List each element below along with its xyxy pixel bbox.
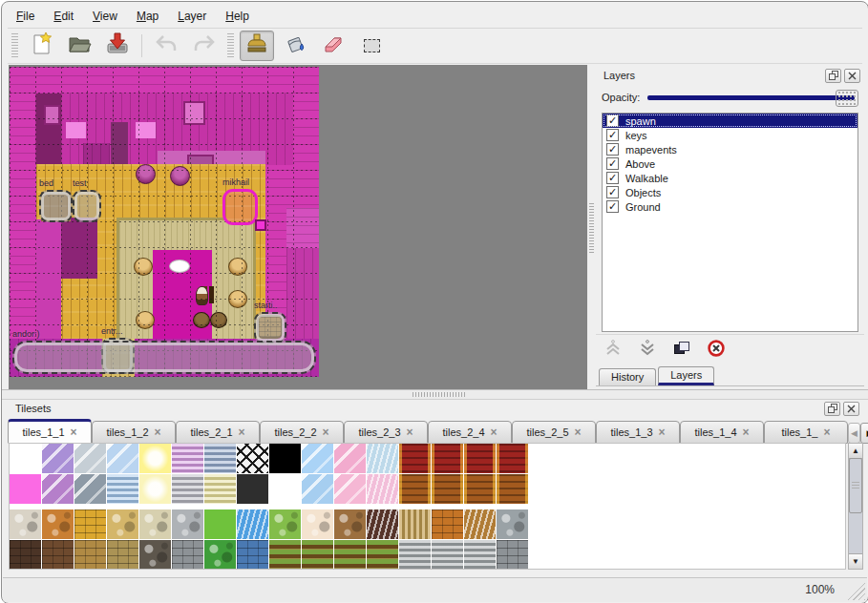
map-object-andor[interactable] (12, 341, 316, 374)
tileset-tile[interactable] (237, 474, 268, 504)
tab-close-icon[interactable]: × (491, 426, 498, 439)
layer-row-spawn[interactable]: ✓spawn (603, 114, 857, 128)
tileset-tab-tiles_1_[interactable]: tiles_1_× (764, 421, 848, 444)
tileset-tile[interactable] (464, 509, 496, 539)
tileset-tile[interactable] (74, 509, 106, 539)
layer-row-Objects[interactable]: ✓Objects (603, 185, 857, 199)
delete-layer-button[interactable] (707, 339, 726, 362)
duplicate-layer-button[interactable] (672, 339, 691, 362)
tileset-tile[interactable] (237, 509, 268, 539)
tileset-tile[interactable] (302, 474, 333, 504)
new-file-button[interactable] (24, 31, 58, 61)
tileset-tiles-area[interactable] (9, 443, 846, 570)
save-file-button[interactable] (100, 31, 135, 61)
tileset-tile[interactable] (42, 540, 74, 570)
tileset-tab-tiles_2_3[interactable]: tiles_2_3× (344, 421, 428, 444)
tileset-tile[interactable] (107, 474, 138, 504)
tileset-tile[interactable] (432, 474, 463, 504)
layer-visibility-checkbox[interactable]: ✓ (606, 129, 619, 141)
tileset-tile[interactable] (367, 540, 398, 570)
bucket-fill-tool-button[interactable] (278, 31, 312, 61)
layer-visibility-checkbox[interactable]: ✓ (606, 114, 619, 127)
tileset-tile[interactable] (367, 474, 398, 504)
float-panel-button[interactable] (825, 69, 841, 83)
tileset-tile[interactable] (204, 509, 236, 539)
tileset-tile[interactable] (269, 509, 301, 539)
tileset-tile[interactable] (204, 444, 236, 473)
layer-row-keys[interactable]: ✓keys (603, 128, 857, 142)
tileset-tile[interactable] (204, 540, 236, 570)
tab-close-icon[interactable]: × (323, 426, 329, 439)
tileset-tile[interactable] (302, 509, 333, 539)
tileset-tile[interactable] (74, 444, 106, 473)
tileset-tile[interactable] (172, 444, 203, 473)
menu-item-view[interactable]: View (84, 7, 126, 26)
tileset-tile[interactable] (172, 474, 203, 504)
scroll-down-button[interactable]: ▼ (849, 553, 862, 569)
tileset-tile[interactable] (432, 444, 463, 473)
tileset-tile[interactable] (139, 474, 171, 504)
tileset-tile[interactable] (269, 474, 301, 504)
layer-row-mapevents[interactable]: ✓mapevents (603, 142, 857, 156)
map-object-mikhail[interactable] (222, 189, 258, 225)
menu-item-edit[interactable]: Edit (45, 7, 82, 26)
tileset-scrollbar[interactable]: ▲ ▼ (848, 443, 863, 570)
layer-visibility-checkbox[interactable]: ✓ (606, 186, 619, 198)
tileset-tile[interactable] (10, 474, 41, 504)
layer-visibility-checkbox[interactable]: ✓ (606, 143, 619, 156)
object-resize-handle[interactable] (255, 219, 266, 231)
tileset-tab-tiles_1_4[interactable]: tiles_1_4× (680, 421, 764, 444)
resize-grip[interactable] (846, 581, 865, 600)
tileset-tile[interactable] (497, 540, 528, 570)
rectangular-select-tool-button[interactable] (354, 31, 389, 61)
dock-tab-history[interactable]: History (599, 368, 656, 385)
tab-close-icon[interactable]: × (239, 426, 245, 439)
lower-layer-button[interactable] (638, 339, 657, 362)
tileset-tab-tiles_1_1[interactable]: tiles_1_1× (8, 419, 92, 444)
tab-close-icon[interactable]: × (823, 426, 830, 439)
tileset-tile[interactable] (172, 509, 203, 539)
tileset-tile[interactable] (269, 444, 301, 473)
tab-close-icon[interactable]: × (575, 426, 582, 439)
tab-scroll-left-button[interactable]: ◀ (848, 423, 860, 444)
menu-item-map[interactable]: Map (128, 7, 167, 26)
tileset-tile[interactable] (42, 509, 74, 539)
menu-item-help[interactable]: Help (217, 7, 258, 26)
layer-row-Ground[interactable]: ✓Ground (603, 199, 857, 214)
tileset-tile[interactable] (334, 540, 366, 570)
menu-item-file[interactable]: File (8, 7, 43, 26)
layer-visibility-checkbox[interactable]: ✓ (606, 172, 619, 184)
opacity-slider[interactable] (647, 90, 858, 105)
tileset-tile[interactable] (10, 444, 41, 473)
scroll-up-button[interactable]: ▲ (849, 444, 862, 459)
layer-row-Walkable[interactable]: ✓Walkable (603, 171, 857, 185)
tileset-tile[interactable] (399, 444, 431, 473)
float-panel-button[interactable] (824, 402, 840, 416)
tileset-tile[interactable] (497, 474, 528, 504)
toolbar-drag-handle[interactable] (11, 33, 18, 58)
layer-visibility-checkbox[interactable]: ✓ (606, 157, 619, 170)
tileset-tile[interactable] (464, 444, 496, 473)
tileset-tile[interactable] (497, 444, 528, 473)
tileset-tile[interactable] (139, 540, 171, 570)
tab-close-icon[interactable]: × (743, 426, 750, 439)
open-file-button[interactable] (62, 31, 96, 61)
raise-layer-button[interactable] (603, 339, 623, 362)
tileset-tile[interactable] (74, 474, 106, 504)
tileset-tile[interactable] (432, 540, 463, 570)
tileset-tile[interactable] (464, 474, 496, 504)
redo-button[interactable] (187, 31, 222, 61)
tileset-tab-tiles_2_1[interactable]: tiles_2_1× (176, 421, 260, 444)
tileset-tile[interactable] (302, 444, 333, 473)
tileset-tile[interactable] (399, 474, 431, 504)
map-canvas[interactable]: bedtestmikhailstarti..entr...andor:) (10, 67, 319, 377)
map-viewport[interactable]: bedtestmikhailstarti..entr...andor:) (9, 65, 587, 389)
tileset-tile[interactable] (139, 444, 171, 473)
map-object-test[interactable] (73, 190, 101, 222)
layer-row-Above[interactable]: ✓Above (603, 156, 857, 171)
dock-tab-layers[interactable]: Layers (658, 366, 714, 385)
tileset-tile[interactable] (432, 509, 463, 539)
tileset-tile[interactable] (107, 509, 138, 539)
tileset-tile[interactable] (302, 540, 333, 570)
tileset-tile[interactable] (269, 540, 301, 570)
